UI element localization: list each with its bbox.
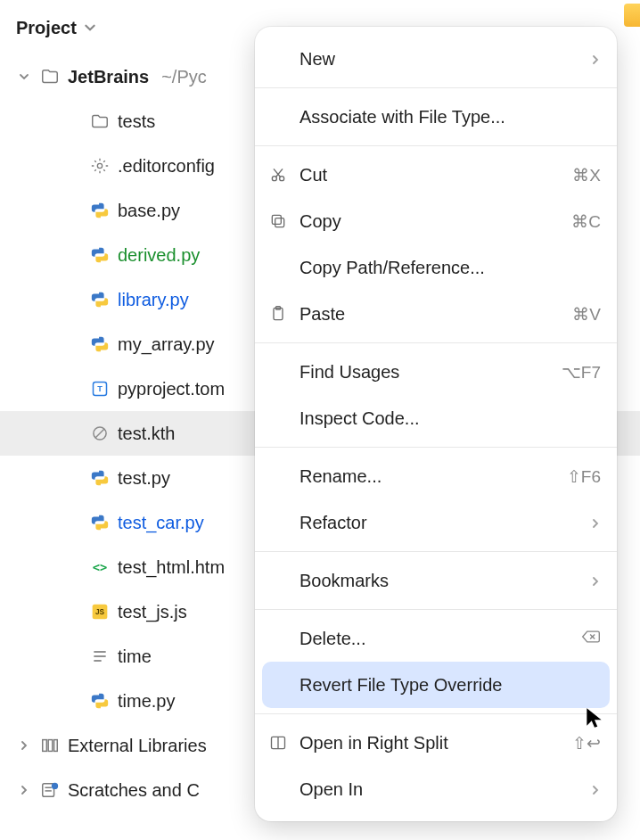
menu-item[interactable]: Inspect Code... (255, 395, 617, 441)
chevron-right-icon (590, 571, 601, 591)
file-name: test_js.js (118, 602, 187, 622)
chevron-right-icon[interactable] (16, 740, 32, 751)
chevron-down-icon (84, 18, 96, 38)
split-icon (267, 732, 289, 754)
menu-separator (255, 609, 617, 610)
menu-label: Delete... (299, 629, 570, 649)
menu-item[interactable]: Find Usages⌥F7 (255, 349, 617, 395)
menu-item[interactable]: Delete... (255, 615, 617, 662)
blank-icon (267, 570, 289, 591)
menu-label: Find Usages (299, 362, 551, 383)
menu-separator (255, 713, 617, 714)
menu-label: Revert File Type Override (299, 675, 601, 696)
py-icon (89, 690, 111, 712)
menu-label: Associate with File Type... (299, 107, 601, 128)
menu-shortcut: ⌘V (572, 304, 601, 325)
menu-label: Cut (299, 165, 562, 185)
menu-label: Copy Path/Reference... (299, 258, 601, 278)
svg-line-4 (95, 429, 104, 438)
chevron-right-icon (590, 49, 601, 70)
blank-icon (267, 361, 289, 383)
chevron-right-icon (590, 779, 601, 800)
menu-shortcut: ⌘C (571, 211, 601, 232)
menu-separator (255, 87, 617, 88)
svg-rect-23 (272, 215, 281, 224)
blank-icon (267, 674, 289, 696)
svg-text:T: T (97, 384, 103, 393)
py-icon (89, 512, 111, 533)
menu-label: Rename... (299, 466, 556, 487)
py-icon (89, 334, 111, 355)
file-name: base.py (118, 201, 180, 221)
menu-item[interactable]: Revert File Type Override (262, 662, 610, 708)
menu-item[interactable]: Copy Path/Reference... (255, 244, 617, 291)
menu-label: Bookmarks (299, 571, 579, 591)
copy-icon (267, 210, 289, 232)
py-icon (89, 200, 111, 221)
panel-title: Project (16, 18, 77, 38)
file-name: library.py (118, 290, 189, 310)
menu-shortcut: ⌘X (572, 165, 601, 185)
menu-item[interactable]: Associate with File Type... (255, 94, 617, 140)
menu-item[interactable]: Rename...⇧F6 (255, 453, 617, 499)
svg-point-17 (52, 783, 58, 789)
menu-separator (255, 342, 617, 343)
menu-separator (255, 551, 617, 552)
chevron-down-icon[interactable] (16, 71, 32, 82)
file-name: test_car.py (118, 513, 204, 533)
file-name: test.py (118, 468, 170, 489)
py-icon (89, 467, 111, 489)
py-icon (89, 289, 111, 310)
blank-icon (267, 106, 289, 128)
menu-label: Paste (299, 304, 562, 325)
blank-icon (267, 628, 289, 649)
file-name: pyproject.tom (118, 379, 225, 399)
text-icon (89, 646, 111, 667)
blank-icon (267, 408, 289, 429)
scratch-icon (39, 779, 61, 801)
menu-label: Refactor (299, 513, 579, 533)
js-icon: JS (89, 601, 111, 622)
menu-label: Open in Right Split (299, 733, 562, 754)
svg-text:JS: JS (95, 607, 105, 616)
html-icon: <> (89, 556, 111, 578)
menu-label: Open In (299, 779, 579, 800)
gutter-python-icon (624, 4, 640, 27)
node-name: Scratches and C (68, 780, 200, 801)
toml-icon: T (89, 378, 111, 399)
menu-item[interactable]: Paste⌘V (255, 291, 617, 337)
svg-text:<>: <> (93, 560, 108, 574)
blank-icon (267, 465, 289, 487)
context-menu: NewAssociate with File Type...Cut⌘XCopy⌘… (255, 27, 617, 821)
file-name: time (118, 646, 152, 667)
file-name: tests (118, 111, 155, 132)
menu-separator (255, 447, 617, 448)
menu-label: New (299, 49, 579, 70)
menu-item[interactable]: Cut⌘X (255, 152, 617, 198)
menu-item[interactable]: Refactor (255, 499, 617, 546)
root-path: ~/Pyc (161, 67, 207, 87)
lib-icon (39, 735, 61, 756)
menu-item[interactable]: Open In (255, 766, 617, 812)
file-name: time.py (118, 691, 175, 712)
svg-rect-13 (54, 740, 58, 752)
svg-rect-11 (43, 740, 47, 752)
blank-icon (267, 778, 289, 800)
delete-key-icon (581, 629, 601, 649)
menu-label: Inspect Code... (299, 408, 601, 429)
ignored-icon (89, 423, 111, 444)
file-name: derived.py (118, 245, 200, 266)
menu-item[interactable]: New (255, 36, 617, 82)
menu-item[interactable]: Copy⌘C (255, 198, 617, 244)
file-name: .editorconfig (118, 156, 215, 177)
root-name: JetBrains (68, 67, 149, 87)
menu-item[interactable]: Bookmarks (255, 557, 617, 604)
blank-icon (267, 257, 289, 278)
node-name: External Libraries (68, 736, 207, 756)
svg-rect-22 (275, 218, 284, 227)
file-name: my_array.py (118, 334, 215, 355)
menu-item[interactable]: Open in Right Split⇧↩ (255, 720, 617, 766)
folder-icon (89, 111, 111, 132)
chevron-right-icon[interactable] (16, 785, 32, 795)
menu-shortcut: ⌥F7 (562, 362, 601, 383)
